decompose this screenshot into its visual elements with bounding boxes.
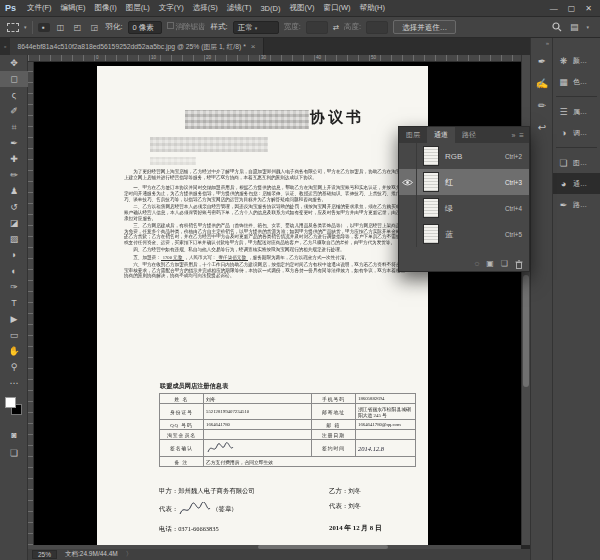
quick-selection-tool[interactable]: ✐ xyxy=(0,103,28,119)
gradient-tool[interactable]: ▨ xyxy=(0,231,28,247)
swap-dimensions-icon[interactable]: ⇄ xyxy=(333,23,339,32)
dock-item-paths[interactable]: ✒路… xyxy=(553,194,600,215)
maximize-button[interactable]: ▢ xyxy=(568,4,576,13)
width-input[interactable] xyxy=(306,21,328,34)
document-tab-bar: ▫ 8644ebf81a4c510f2a818ed56159252dd52aa5… xyxy=(0,38,530,55)
more-tools-icon[interactable]: ⋯ xyxy=(0,375,28,391)
collapsed-panel-icon-1[interactable]: ✒ xyxy=(531,50,553,72)
path-select-tool[interactable]: ▶ xyxy=(0,311,28,327)
dock-item-channels[interactable]: ◕通… xyxy=(553,173,600,194)
minimize-button[interactable]: — xyxy=(550,4,558,13)
type-tool[interactable]: T xyxy=(0,295,28,311)
visibility-toggle[interactable] xyxy=(399,195,417,221)
add-selection-icon[interactable]: ◫ xyxy=(55,23,67,32)
cell-qq-label: QQ 号码 xyxy=(160,420,204,430)
cell-regdate-label: 注册日期 xyxy=(312,430,356,440)
dodge-tool[interactable]: ◐ xyxy=(0,263,28,279)
dock-item-layers[interactable]: ❏图… xyxy=(553,152,600,173)
zoom-tool[interactable]: ⚲ xyxy=(0,359,28,375)
search-icon[interactable] xyxy=(552,22,562,32)
cell-taobao-label: 淘宝会员名 xyxy=(160,430,204,440)
menu-file[interactable]: 文件(F) xyxy=(27,3,52,13)
menu-filter[interactable]: 滤镜(T) xyxy=(227,3,252,13)
expand-dock-icon[interactable]: » xyxy=(531,38,552,50)
quick-mask-button[interactable]: ◙ xyxy=(0,427,28,443)
visibility-toggle[interactable] xyxy=(399,221,417,247)
menu-help[interactable]: 帮助(H) xyxy=(360,3,385,13)
properties-panel-icon: ☰ xyxy=(558,107,569,117)
channel-row-red[interactable]: 红 Ctrl+3 xyxy=(399,169,529,195)
collapse-panel-icon[interactable]: » xyxy=(511,132,519,139)
menu-type[interactable]: 文字(Y) xyxy=(159,3,184,13)
crop-tool[interactable]: ⌗ xyxy=(0,119,28,135)
dock-item-swatches[interactable]: ▦色… xyxy=(553,71,600,92)
table-row: 淘宝会员名 注册日期 xyxy=(160,430,416,440)
eraser-tool[interactable]: ◪ xyxy=(0,215,28,231)
zoom-level-input[interactable]: 25% xyxy=(32,550,57,559)
ruler-number: 0 xyxy=(96,55,99,60)
shape-tool[interactable]: ▭ xyxy=(0,327,28,343)
vertical-scrollbar-thumb[interactable] xyxy=(523,275,529,387)
screen-mode-button[interactable]: ❏ xyxy=(0,445,28,461)
tab-layers[interactable]: 图层 xyxy=(399,127,427,143)
collapsed-panel-icon-3[interactable]: ✏ xyxy=(531,94,553,116)
move-tool[interactable]: ✥ xyxy=(0,55,28,71)
menu-layer[interactable]: 图层(L) xyxy=(126,3,150,13)
workspace-switcher-icon[interactable]: ▤ xyxy=(570,22,579,32)
tab-channels[interactable]: 通道 xyxy=(427,127,455,143)
select-and-mask-button[interactable]: 选择并遮住… xyxy=(393,20,456,34)
height-input[interactable] xyxy=(366,21,388,34)
eyedropper-tool[interactable]: ✒ xyxy=(0,135,28,151)
status-options-arrow-icon[interactable]: 〉 xyxy=(126,550,133,559)
panel-menu-icon[interactable]: ≡ xyxy=(519,131,529,140)
tab-paths[interactable]: 路径 xyxy=(455,127,483,143)
phone-line: 电话：0371-66663835 xyxy=(159,525,219,534)
dock-item-properties[interactable]: ☰属… xyxy=(553,101,600,122)
workspace-caret-icon[interactable]: ▾ xyxy=(586,24,589,30)
delete-channel-icon[interactable] xyxy=(515,260,523,269)
new-channel-icon[interactable]: ❏ xyxy=(501,259,508,269)
tab-close-icon[interactable]: × xyxy=(251,42,256,51)
menu-3d[interactable]: 3D(D) xyxy=(260,4,280,13)
lasso-tool[interactable]: ς xyxy=(0,87,28,103)
party-b-line: 乙方：刘冬 xyxy=(329,487,361,496)
history-brush-tool[interactable]: ↺ xyxy=(0,199,28,215)
feather-input[interactable]: 0 像素 xyxy=(128,21,162,34)
new-selection-icon[interactable]: ▪ xyxy=(38,23,50,32)
visibility-toggle[interactable] xyxy=(399,143,417,169)
blur-tool[interactable]: ◗ xyxy=(0,247,28,263)
intersect-selection-icon[interactable]: ◲ xyxy=(89,23,101,32)
signature-scribble xyxy=(206,442,234,455)
dock-item-color[interactable]: ❋颜… xyxy=(553,50,600,71)
clone-stamp-tool[interactable]: ♟ xyxy=(0,183,28,199)
marquee-tool-icon[interactable] xyxy=(7,23,19,32)
marquee-tool[interactable]: ◻ xyxy=(0,71,28,87)
dock-item-adjustments[interactable]: ◑调… xyxy=(553,122,600,143)
foreground-color-swatch[interactable] xyxy=(5,397,16,408)
menu-select[interactable]: 选择(S) xyxy=(193,3,218,13)
tab-bar-icon: ▫ xyxy=(4,43,6,50)
tool-preset-caret-icon[interactable]: ▾ xyxy=(24,24,27,30)
document-tab[interactable]: 8644ebf81a4c510f2a818ed56159252dd52aa5bc… xyxy=(10,38,263,55)
load-selection-icon[interactable]: ◌ xyxy=(475,259,480,269)
menu-image[interactable]: 图像(I) xyxy=(95,3,117,13)
menu-view[interactable]: 视图(V) xyxy=(289,3,314,13)
channel-shortcut: Ctrl+5 xyxy=(505,231,529,238)
pen-tool[interactable]: ✑ xyxy=(0,279,28,295)
healing-brush-tool[interactable]: ✚ xyxy=(0,151,28,167)
subtract-selection-icon[interactable]: ◰ xyxy=(72,23,84,32)
channel-row-green[interactable]: 绿 Ctrl+4 xyxy=(399,195,529,221)
menu-edit[interactable]: 编辑(E) xyxy=(61,3,86,13)
collapsed-panel-icon-2[interactable]: ✍ xyxy=(531,72,553,94)
close-button[interactable]: ✕ xyxy=(585,4,592,13)
save-selection-icon[interactable]: ▣ xyxy=(486,259,494,269)
visibility-toggle[interactable] xyxy=(399,169,417,195)
style-select[interactable]: 正常 ▾ xyxy=(233,21,279,34)
brush-tool[interactable]: ✏ xyxy=(0,167,28,183)
collapsed-panel-icon-4[interactable]: ↩ xyxy=(531,116,553,138)
menu-window[interactable]: 窗口(W) xyxy=(323,3,350,13)
hand-tool[interactable]: ✋ xyxy=(0,343,28,359)
channel-row-rgb[interactable]: RGB Ctrl+2 xyxy=(399,143,529,169)
channel-row-blue[interactable]: 蓝 Ctrl+5 xyxy=(399,221,529,247)
cell-phone-value: 18605882694 xyxy=(356,394,416,404)
